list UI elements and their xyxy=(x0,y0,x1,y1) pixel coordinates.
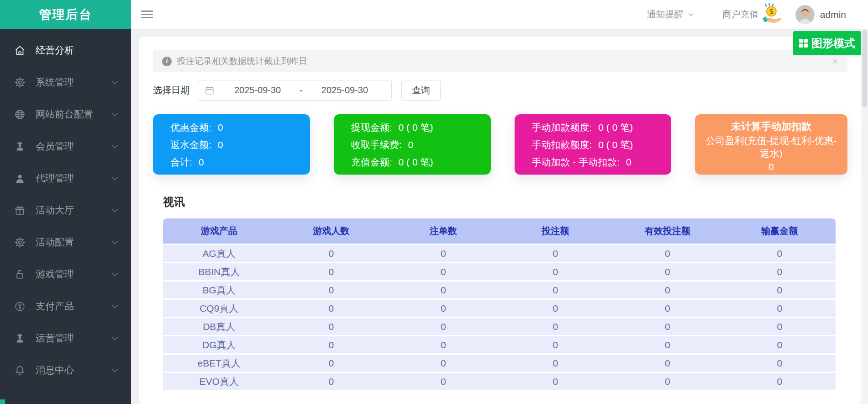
sidebar-item-label: 网站前台配置 xyxy=(36,108,93,121)
main-content: i 投注记录相关数据统计截止到昨日 × 选择日期 2025-09-30 - 20… xyxy=(131,29,861,404)
topbar-right: 通知提醒 商户充值 $ xyxy=(647,3,868,26)
gear-icon xyxy=(14,76,28,89)
table-row: EVO真人00000 xyxy=(163,373,836,391)
menu-toggle-icon[interactable] xyxy=(141,9,153,20)
table-column-header: 输赢金额 xyxy=(724,218,836,245)
table-cell: 0 xyxy=(387,373,500,391)
table-cell: 0 xyxy=(724,300,836,318)
card-line: 合计:0 xyxy=(170,154,310,171)
profit-card-title: 未计算手动加扣款 xyxy=(701,119,841,134)
chevron-down-icon xyxy=(110,334,119,343)
notice-text: 投注记录相关数据统计截止到昨日 xyxy=(177,55,307,67)
sidebar-item[interactable]: 代理管理 xyxy=(0,162,131,194)
sidebar-item[interactable]: 会员管理 xyxy=(0,130,131,162)
card-line: 提现金额:0 ( 0 笔) xyxy=(351,119,491,136)
home-icon xyxy=(14,44,28,57)
table-cell: 0 xyxy=(275,355,388,373)
table-cell: 0 xyxy=(387,355,500,373)
member-icon xyxy=(14,140,28,153)
graphic-mode-button[interactable]: 图形模式 xyxy=(793,31,861,55)
card-line-label: 手动扣款额度: xyxy=(532,138,592,151)
table-cell: 0 xyxy=(611,355,724,373)
profit-card-value: 0 xyxy=(701,160,841,174)
card-line-label: 收取手续费: xyxy=(351,138,402,151)
table-cell: 0 xyxy=(275,318,388,336)
table-column-header: 游戏人数 xyxy=(275,218,388,245)
chevron-down-icon xyxy=(687,11,695,18)
sidebar-item[interactable]: 系统管理 xyxy=(0,66,131,98)
query-button[interactable]: 查询 xyxy=(401,80,441,101)
game-product-cell: AG真人 xyxy=(163,245,275,263)
sidebar-item[interactable]: 游戏管理 xyxy=(0,258,131,290)
table-column-header: 注单数 xyxy=(387,218,500,245)
avatar[interactable] xyxy=(795,5,815,24)
stat-cards: 优惠金额:0返水金额:0合计:0 提现金额:0 ( 0 笔)收取手续费:0充值金… xyxy=(153,114,847,175)
table-cell: 0 xyxy=(611,263,724,282)
username[interactable]: admin xyxy=(820,9,846,20)
globe-icon xyxy=(14,108,28,121)
card-line: 充值金额:0 ( 0 笔) xyxy=(351,154,491,171)
table-cell: 0 xyxy=(275,282,388,300)
svg-text:$: $ xyxy=(769,8,773,16)
sidebar-item[interactable]: 活动配置 xyxy=(0,226,131,258)
sidebar-item[interactable]: 支付产品 xyxy=(0,290,131,322)
card-line-label: 手动加款 - 手动扣款: xyxy=(532,156,620,169)
sidebar-item[interactable]: 活动大厅 xyxy=(0,194,131,226)
lock-icon xyxy=(14,268,28,281)
merchant-recharge-button[interactable]: 商户充值 $ xyxy=(722,3,784,26)
game-product-cell: BBIN真人 xyxy=(163,263,275,282)
game-product-cell: DG真人 xyxy=(163,336,275,355)
grid-icon xyxy=(799,38,808,48)
card-line: 手动加款额度:0 ( 0 笔) xyxy=(532,119,672,136)
table-cell: 0 xyxy=(275,336,388,355)
chevron-down-icon xyxy=(110,110,119,119)
table-cell: 0 xyxy=(611,336,724,355)
sidebar-item[interactable]: 经营分析 xyxy=(0,34,131,66)
card-line: 手动加款 - 手动扣款:0 xyxy=(532,154,672,171)
game-product-cell: BG真人 xyxy=(163,282,275,300)
game-product-cell: eBET真人 xyxy=(163,355,275,373)
date-filter-row: 选择日期 2025-09-30 - 2025-09-30 查询 xyxy=(153,80,847,101)
video-section: 视讯 游戏产品游戏人数注单数投注额有效投注额输赢金额 AG真人00000BBIN… xyxy=(163,195,836,391)
table-cell: 0 xyxy=(611,300,724,318)
table-cell: 0 xyxy=(724,318,836,336)
table-cell: 0 xyxy=(387,318,500,336)
table-cell: 0 xyxy=(500,355,612,373)
table-cell: 0 xyxy=(387,282,500,300)
table-cell: 0 xyxy=(275,245,388,263)
table-column-header: 游戏产品 xyxy=(163,218,275,245)
notice-bar: i 投注记录相关数据统计截止到昨日 × xyxy=(153,50,847,72)
sidebar-item[interactable]: 运营管理 xyxy=(0,322,131,354)
chevron-down-icon xyxy=(110,206,119,215)
scrollbar-thumb[interactable] xyxy=(862,30,867,107)
table-cell: 0 xyxy=(500,300,612,318)
agent-icon xyxy=(14,172,28,185)
graphic-mode-label: 图形模式 xyxy=(811,36,855,51)
table-row: AG真人00000 xyxy=(163,245,836,263)
close-icon[interactable]: × xyxy=(832,56,838,67)
table-header: 游戏产品游戏人数注单数投注额有效投注额输赢金额 xyxy=(163,218,836,245)
end-date-input[interactable]: 2025-09-30 xyxy=(305,85,385,96)
card-line-value: 0 xyxy=(218,122,223,133)
start-date-input[interactable]: 2025-09-30 xyxy=(217,85,298,96)
sidebar-item-label: 支付产品 xyxy=(36,300,74,313)
notification-dropdown[interactable]: 通知提醒 xyxy=(647,8,695,21)
page-scrollbar xyxy=(861,29,868,404)
card-line-label: 优惠金额: xyxy=(170,121,211,134)
table-cell: 0 xyxy=(724,336,836,355)
sidebar-item[interactable]: 消息中心 xyxy=(0,354,131,386)
sidebar-item[interactable]: 网站前台配置 xyxy=(0,98,131,130)
card-line-value: 0 ( 0 笔) xyxy=(598,138,633,151)
date-range-picker[interactable]: 2025-09-30 - 2025-09-30 xyxy=(198,80,392,101)
notification-label: 通知提醒 xyxy=(647,8,684,21)
operator-icon xyxy=(14,332,28,345)
card-line: 收取手续费:0 xyxy=(351,136,491,154)
yen-icon xyxy=(14,300,28,313)
card-line-label: 手动加款额度: xyxy=(532,121,592,134)
profit-card: 未计算手动加扣款 公司盈利(充值-提现-红利-优惠-返水) 0 xyxy=(695,114,847,175)
date-separator: - xyxy=(298,85,305,96)
card-line-label: 提现金额: xyxy=(351,121,392,134)
chevron-down-icon xyxy=(110,78,119,87)
game-product-cell: CQ9真人 xyxy=(163,300,275,318)
app-title: 管理后台 xyxy=(0,0,131,29)
